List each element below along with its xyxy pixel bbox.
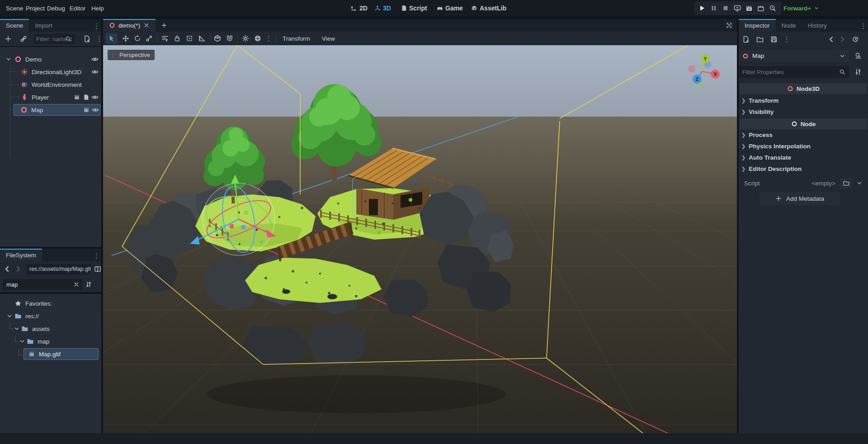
tree-row-map-selected[interactable]: Map [14,104,100,116]
tab-inspector[interactable]: Inspector [739,19,776,32]
group-process[interactable]: ❯Process [741,129,867,141]
scene-tree-menu-icon[interactable]: ⋮ [96,35,102,43]
visibility-eye-icon[interactable] [91,68,99,76]
new-resource-icon[interactable] [742,36,750,43]
tab-import-dock[interactable]: Import [29,19,58,32]
open-scene-clapper-icon[interactable] [74,94,80,100]
expand-viewport-icon[interactable] [726,22,732,28]
ruler-icon[interactable] [198,35,205,42]
filesystem-menu-icon[interactable]: ⋮ [93,252,99,260]
tab-2d[interactable]: 2D [351,0,368,16]
fs-row-map[interactable]: map [0,335,101,347]
category-node3d[interactable]: Node3D [740,83,867,94]
viewport-3d[interactable]: Y X Z ⋮ Perspective [103,45,737,433]
local-space-icon[interactable] [214,35,221,42]
tab-history[interactable]: History [802,19,833,32]
stop-button[interactable] [722,5,729,12]
group-icon[interactable] [186,35,193,42]
fs-row-map-gltf-selected[interactable]: Map.gltf [24,348,99,360]
filesystem-search-input[interactable] [3,279,82,290]
category-node[interactable]: Node [740,118,867,129]
preview-environment-icon[interactable] [254,35,261,42]
instance-scene-icon[interactable] [20,35,27,43]
fs-row-favorites[interactable]: Favorites: [0,298,101,309]
rotate-tool-icon[interactable] [134,35,141,42]
tab-filesystem[interactable]: FileSystem [0,249,42,261]
inspector-menu-icon[interactable]: ⋮ [860,22,866,30]
save-icon[interactable] [770,36,778,43]
split-view-icon[interactable] [94,265,101,273]
inspector-node-selector[interactable]: Map [739,50,849,62]
collapse-arrow-icon[interactable] [5,56,12,62]
preview-environment-menu-icon[interactable]: ⋮ [265,34,272,43]
nav-forward-icon[interactable] [14,265,22,273]
new-scene-tab-button[interactable] [156,19,173,32]
tree-row-directionallight3d[interactable]: DirectionalLight3D [0,66,101,78]
resource-menu-icon[interactable]: ⋮ [783,35,790,43]
group-transform[interactable]: ❯Transform [741,95,867,106]
load-resource-icon[interactable] [756,36,764,43]
visibility-eye-icon[interactable] [92,106,99,113]
select-tool-button[interactable] [106,33,118,44]
menu-scene[interactable]: Scene [3,0,26,16]
add-node-icon[interactable] [5,35,12,43]
perspective-button[interactable]: ⋮ Perspective [108,50,155,60]
history-forward-icon[interactable] [839,36,846,43]
menu-editor[interactable]: Editor [67,0,88,16]
play-button[interactable] [698,5,706,12]
menu-debug[interactable]: Debug [44,0,68,16]
lock-icon[interactable] [174,35,181,42]
renderer-selector[interactable]: Forward+ [783,0,820,16]
selection-list-icon[interactable] [161,35,169,42]
open-docs-icon[interactable]: DOC [854,52,862,59]
property-filter-options-icon[interactable] [854,68,862,76]
script-load-button[interactable] [840,178,853,189]
sort-icon[interactable] [85,281,92,288]
fs-row-assets[interactable]: assets [0,323,101,335]
play-scene-button[interactable] [734,5,741,12]
group-visibility[interactable]: ❯Visibility [741,106,867,118]
tree-row-demo[interactable]: Demo [0,53,101,65]
tab-assetlib[interactable]: AssetLib [471,0,506,16]
close-icon[interactable] [143,22,150,28]
scene-dock-menu-icon[interactable]: ⋮ [93,22,99,30]
filesystem-path[interactable]: res://assets/map/Map.gltf [26,264,90,274]
pause-button[interactable] [710,5,717,12]
menu-help[interactable]: Help [89,0,107,16]
filter-properties-input[interactable] [742,69,833,76]
profiler-button[interactable] [769,5,776,12]
attach-script-icon[interactable] [83,35,90,43]
snap-magnet-icon[interactable] [226,35,233,42]
collapse-arrow-icon[interactable] [6,313,13,319]
nav-back-icon[interactable] [4,265,11,273]
collapse-arrow-icon[interactable] [19,338,25,345]
collapse-arrow-icon[interactable] [14,326,20,332]
tree-row-player[interactable]: Player [0,91,101,103]
group-physics-interpolation[interactable]: ❯Physics Interpolation [741,141,867,152]
group-editor-description[interactable]: ❯Editor Description [741,163,867,175]
view-menu[interactable]: View [322,35,335,42]
chevron-down-icon[interactable] [856,180,863,186]
tab-script[interactable]: Script [401,0,427,16]
menu-project[interactable]: Project [23,0,47,16]
clear-search-icon[interactable] [73,281,80,288]
group-auto-translate[interactable]: ❯Auto Translate [741,152,867,163]
bottom-panel[interactable] [0,433,868,444]
tab-node[interactable]: Node [776,19,802,32]
scale-tool-icon[interactable] [146,35,153,42]
tree-row-worldenvironment[interactable]: WorldEnvironment [0,79,101,90]
visibility-eye-icon[interactable] [91,94,99,101]
open-scene-clapper-icon[interactable] [83,107,90,113]
visibility-eye-icon[interactable] [91,56,99,63]
add-metadata-button[interactable]: Add Metadata [760,192,840,205]
move-tool-icon[interactable] [122,35,129,42]
movie-maker-button[interactable] [757,5,764,12]
preview-sun-icon[interactable] [242,35,249,42]
fs-row-res[interactable]: res:// [0,310,101,322]
play-current-scene-button[interactable] [745,5,753,12]
script-value[interactable]: <empty> [811,180,835,187]
tab-3d[interactable]: 3D [374,0,391,16]
history-list-icon[interactable] [852,36,859,43]
tab-game[interactable]: Game [437,0,463,16]
history-back-icon[interactable] [828,36,835,43]
